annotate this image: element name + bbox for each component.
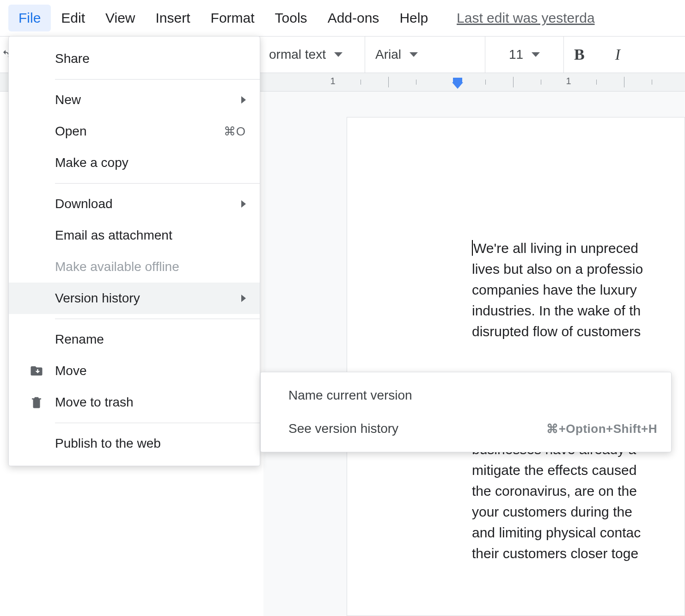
menu-separator: [55, 423, 260, 423]
menu-item-label: Move to trash: [55, 395, 246, 410]
menu-item-email-attachment[interactable]: Email as attachment: [9, 220, 260, 251]
menu-item-label: Make available offline: [55, 259, 246, 274]
font-size-select[interactable]: 11: [485, 37, 564, 73]
menu-item-new[interactable]: New: [9, 84, 260, 116]
menu-insert[interactable]: Insert: [146, 5, 201, 31]
file-menu-dropdown: Share New Open ⌘O Make a copy Download E…: [8, 36, 260, 466]
bold-button[interactable]: B: [574, 46, 585, 63]
font-family-select[interactable]: Arial: [365, 37, 485, 73]
menu-separator: [55, 183, 260, 184]
menu-item-version-history[interactable]: Version history: [9, 283, 260, 314]
menu-addons[interactable]: Add-ons: [318, 5, 390, 31]
chevron-down-icon: [410, 52, 418, 57]
menu-item-label: Version history: [55, 291, 241, 306]
submenu-item-label: Name current version: [288, 388, 657, 403]
menu-item-label: Email as attachment: [55, 228, 246, 243]
menu-item-label: Share: [55, 51, 246, 66]
italic-button[interactable]: I: [615, 46, 620, 63]
menu-item-label: Open: [55, 124, 224, 139]
menu-item-open[interactable]: Open ⌘O: [9, 116, 260, 147]
menu-item-publish[interactable]: Publish to the web: [9, 428, 260, 459]
font-family-label: Arial: [375, 47, 401, 62]
first-line-indent-icon[interactable]: [452, 82, 463, 89]
menu-item-download[interactable]: Download: [9, 188, 260, 220]
menu-tools[interactable]: Tools: [265, 5, 318, 31]
document-canvas: We're all living in unpreced lives but a…: [263, 92, 685, 616]
menu-view[interactable]: View: [95, 5, 145, 31]
menu-item-shortcut: ⌘O: [224, 124, 246, 139]
menu-item-share[interactable]: Share: [9, 43, 260, 74]
chevron-right-icon: [241, 295, 246, 302]
text-format-group: B I: [564, 37, 630, 73]
paragraph-style-label: ormal text: [269, 47, 326, 62]
ruler-number: 1: [330, 76, 335, 86]
submenu-item-name-current[interactable]: Name current version: [261, 379, 671, 412]
menu-separator: [55, 79, 260, 80]
menu-bar: File Edit View Insert Format Tools Add-o…: [0, 0, 685, 36]
menu-item-move[interactable]: Move: [9, 355, 260, 387]
submenu-item-see-history[interactable]: See version history ⌘+Option+Shift+H: [261, 412, 671, 445]
font-size-value: 11: [509, 47, 523, 62]
last-edit-link[interactable]: Last edit was yesterda: [457, 10, 595, 26]
menu-item-label: Publish to the web: [55, 436, 246, 451]
submenu-item-shortcut: ⌘+Option+Shift+H: [546, 422, 657, 436]
menu-item-label: Rename: [55, 332, 246, 347]
menu-item-label: Make a copy: [55, 155, 246, 170]
chevron-right-icon: [241, 96, 246, 104]
menu-item-rename[interactable]: Rename: [9, 324, 260, 355]
menu-item-label: Download: [55, 197, 241, 211]
text-cursor: [472, 240, 473, 256]
move-folder-icon: [28, 363, 45, 379]
menu-edit[interactable]: Edit: [51, 5, 95, 31]
menu-item-label: New: [55, 92, 241, 107]
menu-item-offline: Make available offline: [9, 251, 260, 283]
trash-icon: [28, 394, 45, 411]
ruler-number: 1: [566, 76, 571, 86]
menu-format[interactable]: Format: [201, 5, 265, 31]
menu-item-make-copy[interactable]: Make a copy: [9, 147, 260, 179]
indent-marker-icon[interactable]: [453, 78, 462, 82]
version-history-submenu: Name current version See version history…: [260, 372, 672, 452]
menu-help[interactable]: Help: [389, 5, 438, 31]
document-page[interactable]: We're all living in unpreced lives but a…: [347, 117, 685, 616]
menu-item-label: Move: [55, 363, 246, 378]
menu-separator: [55, 319, 260, 319]
submenu-item-label: See version history: [288, 421, 546, 436]
chevron-down-icon: [532, 52, 540, 57]
menu-item-move-trash[interactable]: Move to trash: [9, 387, 260, 418]
chevron-down-icon: [334, 52, 342, 57]
chevron-right-icon: [241, 200, 246, 208]
document-paragraph: We're all living in unpreced lives but a…: [472, 240, 643, 339]
menu-file[interactable]: File: [8, 5, 51, 31]
paragraph-style-select[interactable]: ormal text: [259, 37, 365, 73]
